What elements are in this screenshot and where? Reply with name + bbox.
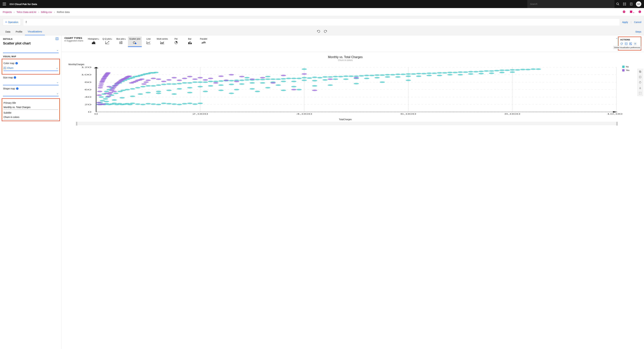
refresh-icon[interactable]	[620, 42, 623, 46]
menu-icon[interactable]	[3, 3, 6, 5]
svg-point-132	[229, 80, 234, 81]
document-icon[interactable]	[628, 0, 634, 8]
svg-point-0	[617, 3, 619, 5]
shape-map-label: Shape mapi	[3, 87, 58, 90]
tool-download-icon[interactable]	[638, 85, 643, 90]
tab-profile[interactable]: Profile	[13, 28, 25, 35]
tool-fullscreen-icon[interactable]	[638, 90, 643, 96]
chart-type-pie[interactable]: Pie	[169, 37, 183, 47]
breadcrumb-projects[interactable]: Projects	[3, 11, 12, 14]
code-icon[interactable]	[625, 42, 628, 46]
svg-point-344	[250, 78, 255, 80]
subtitle-input[interactable]	[4, 115, 58, 120]
svg-point-356	[104, 93, 109, 94]
svg-point-233	[99, 96, 104, 98]
svg-point-223	[416, 76, 421, 77]
gear-icon[interactable]	[634, 42, 636, 46]
info-icon[interactable]: i	[16, 87, 18, 90]
tab-data[interactable]: Data	[3, 28, 13, 35]
avatar[interactable]: SD	[636, 1, 641, 7]
svg-point-119	[161, 84, 166, 85]
collapse-sidebar-icon[interactable]	[56, 37, 58, 41]
tool-crop-icon[interactable]	[638, 69, 643, 74]
chart-types-expand-icon[interactable]: ⌄	[616, 37, 618, 39]
add-operation-button[interactable]: +Operation	[3, 19, 21, 26]
steps-link[interactable]: Steps	[635, 30, 641, 33]
svg-point-185	[505, 70, 510, 71]
svg-point-102	[192, 103, 198, 105]
svg-text:0: 0	[88, 111, 92, 113]
svg-point-174	[447, 72, 452, 73]
chart-type-bar[interactable]: Bar	[183, 37, 197, 47]
cancel-button[interactable]: Cancel	[634, 21, 641, 24]
svg-point-275	[244, 77, 250, 79]
x-axis-label: TotalCharges	[68, 118, 622, 121]
chart-type-parallel[interactable]: Parallel	[197, 37, 210, 47]
operation-input[interactable]	[24, 19, 620, 26]
svg-point-169	[421, 73, 426, 74]
svg-point-138	[260, 79, 265, 80]
svg-point-282	[99, 83, 104, 85]
svg-point-350	[312, 90, 317, 91]
chart-type-box-plot[interactable]: Box plot	[114, 37, 128, 47]
search-icon[interactable]	[614, 0, 621, 8]
svg-rect-359	[639, 71, 641, 72]
run-icon[interactable]	[622, 10, 626, 14]
image-icon[interactable]	[629, 42, 632, 46]
export-icon[interactable]: ▾	[630, 10, 634, 14]
info-icon[interactable]: i	[16, 62, 18, 65]
scatter-plot[interactable]: 02040608010012002,0004,0006,0008,00010,0…	[68, 66, 622, 117]
tool-reset-icon[interactable]	[638, 80, 643, 85]
svg-point-203	[208, 85, 213, 87]
color-map-dropdown[interactable]: AChurn ⌄	[4, 65, 58, 71]
undo-icon[interactable]	[317, 30, 320, 34]
chart-type-scatter-plot[interactable]: Scatter plot	[128, 37, 142, 47]
chart-type-line[interactable]: Line	[142, 37, 156, 47]
svg-point-167	[411, 73, 416, 75]
svg-rect-39	[188, 42, 189, 44]
breadcrumb-project-name[interactable]: Telco Data and AI	[16, 11, 36, 14]
apps-icon[interactable]	[621, 0, 628, 8]
svg-point-147	[307, 77, 312, 79]
shape-map-dropdown[interactable]: ⌄	[3, 91, 58, 96]
apply-button[interactable]: Apply	[622, 21, 628, 24]
breadcrumb-file[interactable]: billing.csv	[41, 11, 52, 14]
svg-point-301	[111, 87, 116, 88]
primary-title-input[interactable]	[4, 105, 58, 110]
svg-point-94	[151, 103, 156, 105]
legend-item[interactable]: Yes	[622, 69, 637, 72]
search-area[interactable]	[527, 0, 614, 8]
chart-type-q-q-plot[interactable]: Q-Q plot	[100, 37, 114, 47]
chart-title: Monthly vs. Total Charges	[68, 55, 622, 59]
svg-rect-18	[92, 43, 92, 44]
svg-point-106	[103, 98, 108, 100]
chart-type-multi-series[interactable]: Multi-series	[156, 37, 169, 47]
svg-point-113	[130, 88, 135, 90]
top-header: IBM Cloud Pak for Data SD	[0, 0, 644, 8]
legend-item[interactable]: No	[622, 66, 637, 68]
tab-visualizations[interactable]: Visualizations	[25, 28, 44, 35]
details-label: DETAILS	[3, 38, 12, 40]
svg-point-257	[187, 92, 192, 93]
svg-point-202	[198, 86, 203, 87]
brand: IBM Cloud Pak for Data	[10, 3, 37, 6]
redo-icon[interactable]	[324, 30, 327, 34]
x-range-slider[interactable]	[76, 122, 617, 125]
tool-select-icon[interactable]	[638, 74, 643, 80]
legend: NoYes	[622, 66, 637, 346]
info-icon[interactable]: i	[14, 76, 16, 79]
svg-point-200	[177, 88, 182, 90]
size-map-dropdown[interactable]: ⌄	[3, 80, 58, 85]
svg-point-96	[161, 103, 166, 104]
svg-text:0: 0	[94, 113, 98, 115]
svg-point-176	[458, 71, 463, 73]
svg-point-296	[106, 96, 111, 97]
info-icon[interactable]: i	[638, 10, 641, 14]
details-first-dropdown[interactable]: ⌄	[3, 47, 58, 53]
svg-point-168	[416, 73, 421, 74]
search-input[interactable]	[530, 3, 612, 5]
svg-point-340	[224, 80, 229, 81]
svg-point-189	[526, 69, 531, 70]
chart-type-histogram[interactable]: Histogram	[87, 37, 100, 47]
svg-rect-25	[120, 42, 120, 44]
